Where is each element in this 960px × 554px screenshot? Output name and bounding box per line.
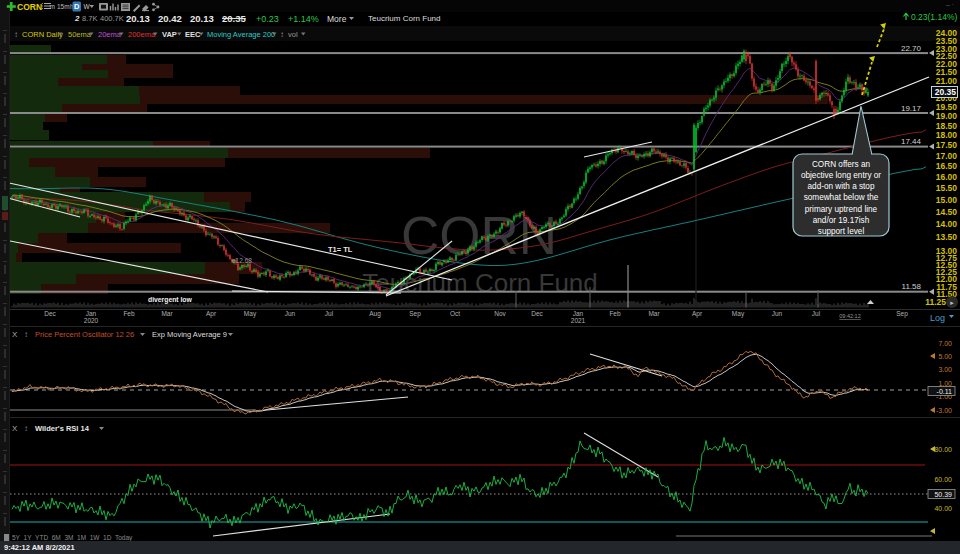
svg-text:primary uptrend line: primary uptrend line — [805, 205, 878, 214]
svg-text:↕: ↕ — [14, 30, 18, 39]
svg-text:09:42:12: 09:42:12 — [839, 313, 860, 319]
svg-text:2020: 2020 — [84, 317, 99, 324]
svg-text:Feb: Feb — [123, 310, 135, 317]
svg-text:↕: ↕ — [24, 424, 28, 433]
svg-text:9:42:12 AM 8/2/2021: 9:42:12 AM 8/2/2021 — [4, 543, 75, 552]
svg-text:-3.00: -3.00 — [936, 407, 952, 414]
svg-text:Jul: Jul — [812, 310, 821, 317]
svg-text:50.39: 50.39 — [934, 491, 952, 498]
svg-text:X: X — [12, 424, 18, 433]
svg-text:40.00: 40.00 — [934, 505, 952, 512]
svg-text:Moving Average 200: Moving Average 200 — [207, 30, 275, 39]
svg-text:+0.23: +0.23 — [256, 14, 279, 24]
svg-text:More: More — [327, 14, 347, 24]
svg-text:+1.14%: +1.14% — [288, 14, 319, 24]
svg-text:e12.68: e12.68 — [232, 257, 252, 264]
svg-text:2: 2 — [74, 14, 80, 23]
svg-text:Log: Log — [930, 313, 945, 323]
svg-text:Exp Moving Average 9: Exp Moving Average 9 — [152, 330, 227, 339]
svg-text:divergent low: divergent low — [148, 296, 193, 304]
svg-text:3.00: 3.00 — [938, 366, 952, 373]
svg-text:m: m — [50, 3, 55, 10]
svg-text:17.50: 17.50 — [936, 140, 958, 150]
svg-text:Jan: Jan — [573, 310, 584, 317]
svg-text:objective long entry or: objective long entry or — [801, 171, 881, 180]
svg-text:13.50: 13.50 — [936, 232, 958, 242]
svg-text:20.13: 20.13 — [190, 13, 214, 24]
svg-text:18.00: 18.00 — [936, 130, 958, 140]
svg-text:Apr: Apr — [206, 310, 217, 318]
svg-text:T1= TL: T1= TL — [328, 245, 353, 254]
svg-text:Sep: Sep — [409, 310, 421, 318]
svg-text:16.00: 16.00 — [936, 172, 958, 182]
svg-text:↕: ↕ — [280, 30, 284, 39]
svg-text:Jun: Jun — [285, 310, 296, 317]
svg-text:D: D — [74, 2, 80, 11]
svg-text:1.00: 1.00 — [938, 380, 952, 387]
svg-text:CORN: CORN — [17, 2, 42, 12]
svg-text:X: X — [12, 330, 18, 339]
svg-text:Price Percent Oscillator 12 26: Price Percent Oscillator 12 26 — [35, 330, 134, 339]
svg-text:18.50: 18.50 — [936, 121, 958, 131]
svg-text:200ema: 200ema — [128, 30, 156, 39]
svg-text:CORN offers an: CORN offers an — [812, 160, 871, 169]
svg-text:Apr: Apr — [692, 310, 703, 318]
svg-text:May: May — [244, 310, 257, 318]
svg-text:▸: ▸ — [950, 299, 954, 306]
svg-text:8.7K: 8.7K — [82, 14, 97, 23]
svg-text:19.17: 19.17 — [901, 104, 922, 113]
svg-text:11.25: 11.25 — [925, 297, 946, 307]
svg-text:400.7K: 400.7K — [100, 14, 124, 23]
svg-text:Dec: Dec — [531, 310, 543, 317]
svg-text:2021: 2021 — [571, 317, 586, 324]
svg-text:17.00: 17.00 — [936, 151, 958, 161]
svg-text:vol: vol — [288, 30, 298, 39]
svg-text:-0.11: -0.11 — [937, 388, 953, 395]
svg-text:Mar: Mar — [161, 310, 173, 317]
svg-text:20.13: 20.13 — [126, 13, 150, 24]
svg-text:11.58: 11.58 — [902, 282, 922, 291]
svg-text:add-on with a stop: add-on with a stop — [808, 182, 875, 191]
svg-text:W: W — [84, 3, 91, 10]
svg-text:17.44: 17.44 — [901, 137, 922, 146]
svg-text:5Y 1Y YTD 6M 3M 1M 1W 1: 5Y 1Y YTD 6M 3M 1M 1W 1D Today — [12, 534, 133, 542]
svg-text:15.50: 15.50 — [936, 183, 958, 193]
svg-text:Aug: Aug — [369, 310, 381, 318]
svg-text:and/or 19.17ish: and/or 19.17ish — [813, 216, 870, 225]
svg-text:↕: ↕ — [24, 330, 28, 339]
svg-text:15.00: 15.00 — [936, 195, 958, 205]
svg-text:– ·: – · — [946, 1, 954, 8]
svg-text:Teucrium Corn Fund: Teucrium Corn Fund — [368, 14, 440, 23]
svg-text:...: ... — [434, 13, 441, 22]
svg-text:60.00: 60.00 — [934, 476, 952, 483]
svg-text:VAP: VAP — [162, 30, 177, 39]
svg-text:CORN: CORN — [401, 206, 557, 265]
svg-text:Mar: Mar — [648, 310, 660, 317]
svg-text:Nov: Nov — [494, 310, 506, 317]
svg-text:EEC: EEC — [185, 30, 201, 39]
svg-text:20.35: 20.35 — [935, 87, 957, 97]
svg-text:14.00: 14.00 — [936, 219, 958, 229]
svg-text:0.23(1.14%): 0.23(1.14%) — [911, 12, 957, 22]
svg-text:5.00: 5.00 — [938, 353, 952, 360]
svg-text:support level: support level — [818, 227, 865, 236]
svg-text:15m: 15m — [57, 3, 70, 10]
svg-text:20ema: 20ema — [98, 30, 122, 39]
svg-text:20.35: 20.35 — [222, 13, 246, 24]
svg-text:21.00: 21.00 — [936, 76, 958, 86]
svg-text:7.00: 7.00 — [938, 340, 952, 347]
svg-text:somewhat below the: somewhat below the — [804, 193, 879, 202]
svg-text:Sep: Sep — [896, 310, 908, 318]
svg-text:50ema: 50ema — [68, 30, 92, 39]
svg-text:Jun: Jun — [772, 310, 783, 317]
svg-text:80.00: 80.00 — [934, 446, 952, 453]
svg-text:Feb: Feb — [609, 310, 621, 317]
svg-text:Oct: Oct — [450, 310, 460, 317]
svg-text:Jul: Jul — [325, 310, 334, 317]
svg-text:20.42: 20.42 — [158, 13, 182, 24]
svg-text:16.50: 16.50 — [936, 161, 958, 171]
svg-text:Dec: Dec — [44, 310, 56, 317]
svg-text:22.70: 22.70 — [901, 44, 922, 53]
svg-text:Wilder's RSI 14: Wilder's RSI 14 — [35, 424, 90, 433]
svg-text:Jan: Jan — [86, 310, 97, 317]
